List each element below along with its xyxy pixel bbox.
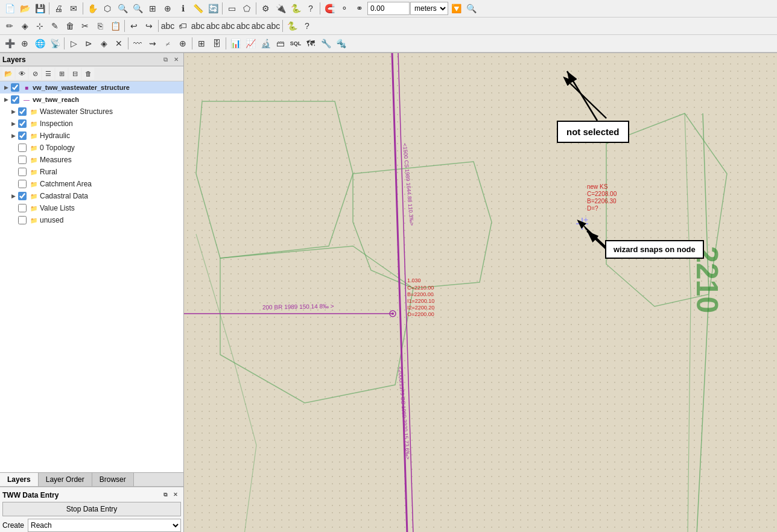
- zoom-fit-btn[interactable]: ⊞: [145, 1, 160, 16]
- label4-btn[interactable]: abc: [206, 19, 220, 33]
- label5-btn[interactable]: abc: [221, 19, 235, 33]
- print-btn[interactable]: 🖨: [51, 1, 66, 16]
- label3-btn[interactable]: abc: [191, 19, 205, 33]
- label7-btn[interactable]: abc: [251, 19, 265, 33]
- layer-item-wastewater-structure[interactable]: ▶ ■ vw_tww_wastewater_structure: [0, 81, 183, 93]
- route2-btn[interactable]: ⇝: [145, 36, 160, 51]
- sql-btn[interactable]: SQL: [288, 36, 303, 51]
- zoom-out-btn[interactable]: 🔍: [130, 1, 145, 16]
- group-item-cadastral[interactable]: ▶ 📁 Cadastral Data: [0, 190, 183, 202]
- group-item-hydraulic[interactable]: ▶ 📁 Hydraulic: [0, 130, 183, 142]
- collapse-all-btn[interactable]: ⊟: [69, 68, 81, 80]
- copy-btn[interactable]: ⎘: [93, 19, 107, 33]
- merge-btn[interactable]: ⊕: [176, 36, 190, 51]
- snap2-btn[interactable]: ⚭: [352, 1, 367, 16]
- plugin3-btn[interactable]: 🔩: [334, 36, 348, 51]
- digitize-btn[interactable]: ✎: [48, 19, 62, 33]
- checkbox-insp[interactable]: [18, 119, 27, 128]
- plugin2-btn[interactable]: 🔧: [319, 36, 333, 51]
- checkbox-meas[interactable]: [18, 156, 27, 164]
- label2-btn[interactable]: 🏷: [176, 19, 190, 33]
- group-item-inspection[interactable]: ▶ 📁 Inspection: [0, 118, 183, 130]
- add-wms-btn[interactable]: 🌐: [33, 36, 47, 51]
- delete-btn[interactable]: 🗑: [63, 19, 77, 33]
- create-type-select[interactable]: Reach Structure Manhole: [28, 519, 181, 532]
- refresh-btn[interactable]: 🔄: [206, 1, 220, 16]
- help2-btn[interactable]: ?: [300, 19, 314, 33]
- remove-layer-btn[interactable]: 🗑: [82, 68, 94, 80]
- panel-float-btn[interactable]: ⧉: [160, 55, 170, 65]
- checkbox-catch[interactable]: [18, 180, 27, 188]
- tab-browser[interactable]: Browser: [92, 473, 134, 486]
- expand-all-btn[interactable]: ⊞: [56, 68, 68, 80]
- search-btn[interactable]: 🔍: [464, 1, 478, 16]
- panel-close-btn[interactable]: ✕: [171, 55, 181, 65]
- add-wfs-btn[interactable]: 📡: [48, 36, 62, 51]
- identify-btn[interactable]: ℹ: [176, 1, 190, 16]
- edit-vertex-btn[interactable]: ⊹: [33, 19, 47, 33]
- zoom-selection-btn[interactable]: ⊕: [160, 1, 175, 16]
- python-btn[interactable]: 🐍: [288, 1, 303, 16]
- chart2-btn[interactable]: 📈: [243, 36, 258, 51]
- deselect-btn[interactable]: ✕: [112, 36, 126, 51]
- chart3-btn[interactable]: 🔬: [258, 36, 273, 51]
- group-item-measures[interactable]: 📁 Measures: [0, 154, 183, 166]
- tab-layer-order[interactable]: Layer Order: [39, 473, 92, 486]
- topology-btn[interactable]: ⊞: [194, 36, 209, 51]
- group-item-topology[interactable]: 📁 0 Topology: [0, 142, 183, 154]
- filter-layers-btn[interactable]: ⊘: [29, 68, 41, 80]
- group-item-valuelists[interactable]: 📁 Value Lists: [0, 202, 183, 214]
- label-btn[interactable]: abc: [160, 19, 175, 33]
- measure-btn[interactable]: 📏: [191, 1, 205, 16]
- zoom-in-btn[interactable]: 🔍: [115, 1, 130, 16]
- db2-btn[interactable]: 🗃: [273, 36, 288, 51]
- compose-btn[interactable]: ✉: [66, 1, 81, 16]
- data-entry-float-btn[interactable]: ⧉: [163, 491, 171, 499]
- checkbox-val[interactable]: [18, 204, 27, 212]
- checkbox-ws[interactable]: [11, 83, 19, 92]
- checkbox-reach[interactable]: [11, 95, 19, 104]
- checkbox-unused[interactable]: [18, 216, 27, 224]
- checkbox-cad[interactable]: [18, 192, 27, 200]
- edit-pencil-btn[interactable]: ✏: [2, 19, 17, 33]
- add-layer-btn[interactable]: ➕: [2, 36, 17, 51]
- filter2-btn[interactable]: ☰: [42, 68, 54, 80]
- select-loc2-btn[interactable]: ⊳: [81, 36, 96, 51]
- toggle-vis-btn[interactable]: 👁: [16, 68, 28, 80]
- map-area[interactable]: + 200 BR 1989 150.14 8‰ > <1500 CS 1989 …: [184, 53, 777, 532]
- help-btn[interactable]: ?: [303, 1, 318, 16]
- scale-input[interactable]: [367, 2, 410, 15]
- filter-btn[interactable]: 🔽: [449, 1, 463, 16]
- group-item-rural[interactable]: 📁 Rural: [0, 166, 183, 178]
- checkbox-topo[interactable]: [18, 144, 27, 152]
- checkbox-wsg[interactable]: [18, 107, 27, 116]
- edit-node-btn[interactable]: ◈: [17, 19, 32, 33]
- label8-btn[interactable]: abc: [266, 19, 281, 33]
- save-btn[interactable]: 💾: [33, 1, 47, 16]
- python2-btn[interactable]: 🐍: [285, 19, 299, 33]
- open-btn[interactable]: 📂: [17, 1, 32, 16]
- paste-btn[interactable]: 📋: [108, 19, 122, 33]
- checkbox-rural[interactable]: [18, 168, 27, 176]
- new-btn[interactable]: 📄: [2, 1, 17, 16]
- group-item-catchment[interactable]: 📁 Catchment Area: [0, 178, 183, 190]
- magnet-btn[interactable]: 🧲: [322, 1, 337, 16]
- route-btn[interactable]: 〰: [130, 36, 145, 51]
- label6-btn[interactable]: abc: [236, 19, 250, 33]
- map-btn[interactable]: 🗺: [303, 36, 318, 51]
- stop-data-entry-button[interactable]: Stop Data Entry: [2, 502, 181, 516]
- snap-btn[interactable]: ⚬: [337, 1, 352, 16]
- group-item-wastewater-structures[interactable]: ▶ 📁 Wastewater Structures: [0, 106, 183, 118]
- pan-btn[interactable]: ✋: [85, 1, 100, 16]
- select-rect-btn[interactable]: ▭: [224, 1, 239, 16]
- plugins-btn[interactable]: 🔌: [273, 1, 288, 16]
- tab-layers[interactable]: Layers: [0, 473, 39, 486]
- layer-props-btn[interactable]: ⚙: [258, 1, 273, 16]
- cut-btn[interactable]: ✂: [78, 19, 92, 33]
- redo-btn[interactable]: ↪: [142, 19, 156, 33]
- undo-btn[interactable]: ↩: [127, 19, 141, 33]
- db-btn[interactable]: 🗄: [209, 36, 224, 51]
- units-select[interactable]: meters: [410, 2, 448, 15]
- select-poly-btn[interactable]: ⬠: [239, 1, 254, 16]
- select-loc-btn[interactable]: ▷: [66, 36, 81, 51]
